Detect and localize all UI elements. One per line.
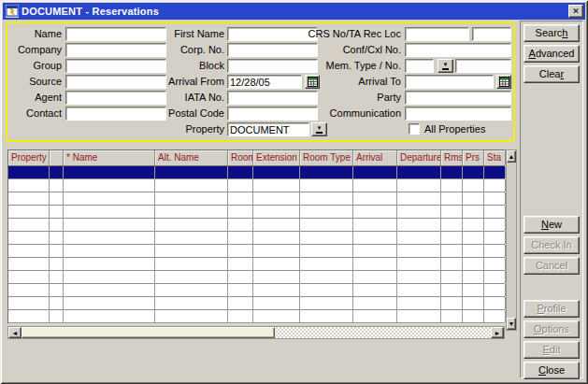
- table-cell: [228, 232, 253, 244]
- table-cell: [228, 284, 253, 296]
- table-row[interactable]: [8, 271, 505, 284]
- table-cell: [228, 297, 253, 309]
- table-row[interactable]: [8, 219, 505, 232]
- horizontal-scroll-thumb[interactable]: [22, 327, 275, 338]
- table-cell: [397, 258, 441, 270]
- close-button[interactable]: Close: [523, 362, 580, 379]
- table-cell: [155, 232, 228, 244]
- table-cell: [64, 166, 155, 178]
- table-row[interactable]: [8, 179, 505, 192]
- table-row[interactable]: [8, 206, 505, 219]
- table-cell: [484, 245, 506, 257]
- arrival-to-calendar-button[interactable]: [496, 75, 511, 89]
- profile-button: Profile: [523, 300, 580, 318]
- table-row[interactable]: [8, 310, 505, 323]
- advanced-button[interactable]: Advanced: [523, 45, 580, 63]
- table-cell: [253, 219, 300, 231]
- search-button[interactable]: Search: [523, 24, 580, 42]
- table-cell: [397, 179, 441, 192]
- table-cell: [484, 284, 506, 296]
- table-cell: [463, 258, 484, 270]
- table-row[interactable]: [8, 245, 505, 258]
- table-cell: [253, 232, 300, 244]
- table-cell: [463, 166, 484, 178]
- table-cell: [50, 206, 64, 218]
- table-row[interactable]: [8, 284, 505, 297]
- table-cell: [300, 232, 353, 244]
- mem-type-lov-button[interactable]: ▼: [437, 59, 453, 73]
- crs-no-field[interactable]: [405, 27, 469, 41]
- table-cell: [441, 232, 463, 244]
- table-cell: [155, 192, 228, 205]
- table-cell: [300, 219, 353, 231]
- column-header-extension: Extension: [253, 150, 300, 165]
- table-cell: [50, 271, 64, 283]
- column-header-name: * Name: [64, 150, 155, 165]
- all-properties-checkbox[interactable]: [409, 123, 420, 135]
- party-field[interactable]: [405, 91, 511, 105]
- table-cell: [155, 258, 228, 270]
- table-cell: [228, 258, 253, 270]
- scroll-up-icon[interactable]: ▲: [507, 150, 516, 163]
- column-header-arrival: Arrival: [353, 150, 397, 165]
- table-cell: [300, 258, 353, 270]
- arrival-to-field[interactable]: [405, 75, 494, 89]
- table-cell: [484, 232, 506, 244]
- title-bar[interactable]: DOCUMENT - Reservations ✕: [3, 3, 585, 20]
- arrival-to-label: Arrival To: [300, 75, 401, 89]
- communication-label: Communication: [300, 107, 401, 121]
- table-row[interactable]: [8, 166, 505, 179]
- table-cell: [300, 206, 353, 218]
- calendar-icon: [499, 77, 509, 87]
- column-header-room-type: Room Type: [300, 150, 353, 165]
- table-row[interactable]: [8, 232, 505, 245]
- table-cell: [64, 284, 155, 296]
- table-cell: [253, 179, 300, 192]
- table-cell: [64, 206, 155, 218]
- table-cell: [441, 206, 463, 218]
- mem-type-no-label: Mem. Type / No.: [300, 59, 401, 73]
- cancel-button: Cancel: [523, 257, 580, 275]
- table-cell: [155, 166, 228, 178]
- table-cell: [300, 179, 353, 192]
- column-header-blank: [50, 150, 64, 165]
- column-header-prs: Prs: [463, 150, 484, 165]
- mem-no-field[interactable]: [455, 59, 511, 73]
- clear-button[interactable]: Clear: [523, 65, 580, 83]
- mem-type-field[interactable]: [405, 59, 434, 73]
- column-header-property: Property: [8, 150, 50, 165]
- new-button[interactable]: New: [523, 216, 580, 234]
- table-cell: [484, 179, 506, 192]
- table-cell: [155, 206, 228, 218]
- scroll-left-icon[interactable]: ◄: [8, 327, 22, 338]
- table-cell: [353, 232, 397, 244]
- table-cell: [441, 284, 463, 296]
- table-cell: [155, 284, 228, 296]
- table-row[interactable]: [8, 297, 505, 310]
- table-row[interactable]: [8, 258, 505, 271]
- name-label: Name: [7, 27, 62, 41]
- close-icon[interactable]: ✕: [568, 5, 583, 18]
- table-cell: [64, 192, 155, 205]
- table-cell: [50, 166, 64, 178]
- crs-no-label: CRS No/TA Rec Loc: [300, 27, 401, 41]
- column-header-sta: Sta: [484, 150, 506, 165]
- table-cell: [353, 206, 397, 218]
- property-field[interactable]: [227, 122, 309, 136]
- horizontal-scrollbar[interactable]: ◄ ►: [7, 326, 505, 339]
- table-cell: [397, 284, 441, 296]
- conf-cxl-no-field[interactable]: [405, 43, 511, 57]
- table-row[interactable]: [8, 192, 505, 206]
- conf-cxl-no-label: Conf/Cxl No.: [300, 43, 401, 57]
- arrival-from-field[interactable]: [227, 75, 302, 89]
- property-lov-button[interactable]: ▼: [311, 122, 327, 136]
- ta-rec-loc-field[interactable]: [472, 27, 511, 41]
- postal-code-label: Postal Code: [110, 107, 224, 121]
- table-cell: [8, 271, 50, 283]
- communication-field[interactable]: [405, 107, 511, 121]
- table-cell: [353, 219, 397, 231]
- scroll-right-icon[interactable]: ►: [491, 327, 504, 338]
- table-cell: [253, 206, 300, 218]
- vertical-scrollbar[interactable]: ▲ ▼: [506, 149, 517, 331]
- scroll-down-icon[interactable]: ▼: [507, 318, 516, 330]
